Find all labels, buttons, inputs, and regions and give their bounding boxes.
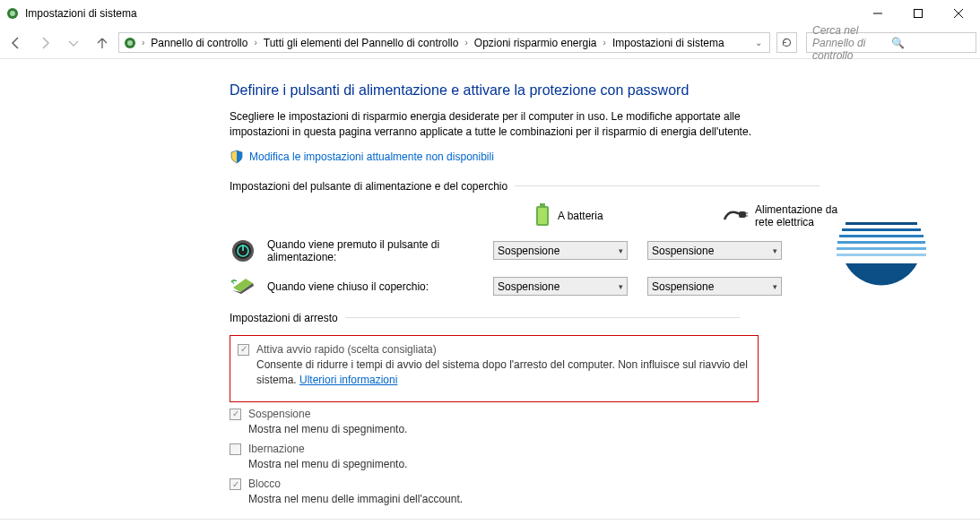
- fast-startup-description: Consente di ridurre i tempi di avvio del…: [238, 357, 750, 389]
- page-heading: Definire i pulsanti di alimentazione e a…: [230, 82, 980, 99]
- power-button-label: Quando viene premuto il pulsante di alim…: [267, 238, 482, 263]
- search-icon: 🔍: [891, 37, 970, 49]
- suspend-label: Sospensione: [248, 408, 310, 420]
- titlebar: Impostazioni di sistema: [0, 0, 980, 27]
- chevron-icon: ›: [139, 38, 147, 47]
- svg-rect-17: [538, 208, 547, 224]
- hibernate-description: Mostra nel menu di spegnimento.: [230, 457, 759, 472]
- power-button-ac-select[interactable]: Sospensione▾: [647, 241, 782, 260]
- lid-ac-select[interactable]: Sospensione▾: [647, 277, 782, 296]
- power-button-icon: [230, 240, 256, 262]
- svg-rect-8: [846, 222, 917, 225]
- chevron-down-icon: ▾: [773, 282, 777, 291]
- svg-point-7: [127, 40, 133, 46]
- svg-rect-13: [837, 254, 926, 256]
- breadcrumb-3[interactable]: Impostazioni di sistema: [611, 37, 726, 49]
- chevron-down-icon: ▾: [773, 246, 777, 255]
- plug-icon: [723, 207, 748, 226]
- svg-rect-10: [839, 235, 924, 237]
- lock-checkbox[interactable]: [230, 478, 241, 490]
- navbar: › Pannello di controllo › Tutti gli elem…: [0, 27, 980, 59]
- section-shutdown: Impostazioni di arresto: [230, 312, 759, 324]
- suspend-checkbox[interactable]: [230, 409, 241, 420]
- svg-rect-15: [540, 203, 545, 206]
- chevron-icon: ›: [462, 38, 470, 47]
- battery-icon: [534, 203, 551, 229]
- refresh-button[interactable]: [776, 32, 797, 53]
- lock-label: Blocco: [248, 478, 281, 490]
- battery-column-header: A batteria: [534, 203, 669, 229]
- forward-button[interactable]: [32, 30, 57, 56]
- back-button[interactable]: [4, 30, 29, 56]
- breadcrumb-1[interactable]: Tutti gli elementi del Pannello di contr…: [262, 37, 461, 49]
- minimize-button[interactable]: [857, 1, 898, 27]
- brand-logo: [837, 211, 926, 301]
- search-input[interactable]: Cerca nel Pannello di controllo 🔍: [806, 32, 976, 53]
- chevron-icon: ›: [601, 38, 609, 47]
- hibernate-checkbox[interactable]: [230, 443, 241, 455]
- up-button[interactable]: [90, 30, 115, 56]
- search-placeholder: Cerca nel Pannello di controllo: [812, 24, 891, 62]
- section-power-lid: Impostazioni del pulsante di alimentazio…: [230, 180, 980, 193]
- address-dropdown-icon[interactable]: ⌄: [751, 38, 766, 47]
- window-title: Impostazioni di sistema: [25, 7, 857, 20]
- chevron-down-icon: ▾: [619, 246, 623, 255]
- svg-rect-14: [837, 259, 926, 262]
- recent-dropdown[interactable]: [61, 30, 86, 56]
- page-description: Scegliere le impostazioni di risparmio e…: [230, 109, 759, 141]
- lock-description: Mostra nel menu delle immagini dell'acco…: [230, 492, 759, 507]
- suspend-description: Mostra nel menu di spegnimento.: [230, 422, 759, 437]
- maximize-button[interactable]: [898, 1, 938, 27]
- admin-link-row: Modifica le impostazioni attualmente non…: [230, 150, 980, 164]
- svg-rect-12: [837, 247, 926, 250]
- fast-startup-highlight: Attiva avvio rapido (scelta consigliata)…: [230, 335, 759, 402]
- app-icon: [5, 6, 20, 21]
- svg-rect-9: [842, 228, 921, 231]
- address-bar[interactable]: › Pannello di controllo › Tutti gli elem…: [118, 32, 770, 53]
- fast-startup-checkbox[interactable]: [238, 344, 249, 356]
- lid-battery-select[interactable]: Sospensione▾: [493, 277, 628, 296]
- lid-close-label: Quando viene chiuso il coperchio:: [267, 280, 482, 293]
- breadcrumb-2[interactable]: Opzioni risparmio energia: [473, 37, 599, 49]
- svg-rect-3: [914, 10, 922, 18]
- svg-point-1: [10, 11, 15, 16]
- laptop-lid-icon: [230, 276, 256, 297]
- power-button-battery-select[interactable]: Sospensione▾: [493, 241, 628, 260]
- fast-startup-more-link[interactable]: Ulteriori informazioni: [299, 374, 397, 386]
- fast-startup-label: Attiva avvio rapido (scelta consigliata): [256, 343, 437, 356]
- chevron-down-icon: ▾: [619, 282, 623, 291]
- hibernate-label: Ibernazione: [248, 443, 305, 455]
- address-icon: [123, 36, 137, 50]
- admin-link[interactable]: Modifica le impostazioni attualmente non…: [249, 151, 494, 163]
- shield-icon: [230, 150, 244, 164]
- svg-rect-11: [837, 241, 925, 244]
- chevron-icon: ›: [251, 38, 259, 47]
- close-button[interactable]: [938, 1, 978, 27]
- svg-rect-18: [739, 211, 746, 218]
- footer-buttons: Salva cambiamenti Annulla: [0, 519, 980, 525]
- breadcrumb-0[interactable]: Pannello di controllo: [149, 37, 249, 49]
- content-area: Definire i pulsanti di alimentazione e a…: [0, 59, 980, 508]
